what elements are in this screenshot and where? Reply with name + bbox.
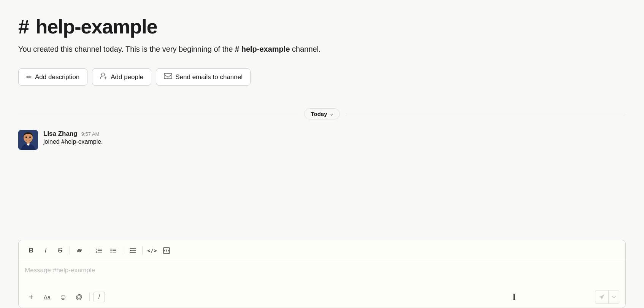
text-cursor-indicator: 𝐈 <box>512 292 516 302</box>
add-description-label: Add description <box>35 73 79 81</box>
channel-subtitle: You created this channel today. This is … <box>18 43 626 55</box>
formatting-toolbar: B I S 1. 2. <box>19 240 625 261</box>
avatar <box>18 130 38 150</box>
message-time: 9:57 AM <box>81 131 100 137</box>
italic-button[interactable]: I <box>39 244 52 257</box>
svg-text:1.: 1. <box>96 248 98 251</box>
subtitle-channel-name: # help-example <box>235 45 290 53</box>
svg-point-13 <box>111 250 112 251</box>
svg-point-0 <box>102 73 105 76</box>
message-composer[interactable]: B I S 1. 2. <box>18 240 626 308</box>
indent-button[interactable] <box>126 244 139 257</box>
send-dropdown-button[interactable] <box>608 291 619 303</box>
date-divider: Today ⌄ <box>18 108 626 119</box>
divider-line-left <box>18 114 298 114</box>
slash-command-button[interactable]: / <box>94 292 105 302</box>
channel-header: # help-example You created this channel … <box>18 15 626 64</box>
svg-text:2.: 2. <box>96 251 98 253</box>
subtitle-suffix: channel. <box>290 45 321 53</box>
svg-point-12 <box>111 249 112 250</box>
strikethrough-button[interactable]: S <box>54 244 67 257</box>
code-button[interactable]: </> <box>146 244 159 257</box>
code-block-button[interactable] <box>160 244 173 257</box>
message-content: Lisa Zhang 9:57 AM joined #help-example. <box>43 130 103 145</box>
bold-button[interactable]: B <box>25 244 38 257</box>
send-button[interactable] <box>595 291 608 303</box>
font-format-button[interactable]: Aa <box>41 291 54 303</box>
unordered-list-button[interactable] <box>107 244 120 257</box>
link-button[interactable] <box>73 244 86 257</box>
ordered-list-button[interactable]: 1. 2. <box>92 244 105 257</box>
message-author: Lisa Zhang <box>43 130 78 138</box>
toolbar-sep-2 <box>89 246 89 255</box>
add-description-button[interactable]: ✏ Add description <box>18 68 87 86</box>
svg-point-14 <box>111 252 112 253</box>
date-label: Today <box>311 111 327 117</box>
add-people-label: Add people <box>111 73 143 81</box>
hash-icon: # <box>18 15 34 38</box>
svg-line-22 <box>166 249 167 252</box>
svg-point-5 <box>29 137 31 138</box>
chevron-down-icon: ⌄ <box>330 111 333 117</box>
add-people-button[interactable]: Add people <box>92 68 151 86</box>
action-buttons: ✏ Add description Add people Send emails… <box>18 68 626 86</box>
email-icon <box>164 73 172 81</box>
send-emails-button[interactable]: Send emails to channel <box>156 68 251 86</box>
add-person-icon <box>100 73 108 81</box>
channel-name: help-example <box>35 15 157 38</box>
send-emails-label: Send emails to channel <box>175 73 243 81</box>
message-input[interactable]: Message #help-example <box>19 261 625 288</box>
date-divider-label[interactable]: Today ⌄ <box>304 108 339 119</box>
mention-button[interactable]: @ <box>73 291 86 303</box>
pencil-icon: ✏ <box>26 73 32 81</box>
message-input-wrapper[interactable]: Message #help-example <box>19 261 625 288</box>
svg-rect-1 <box>164 73 172 79</box>
toolbar-sep-1 <box>70 246 70 255</box>
subtitle-prefix: You created this channel today. This is … <box>18 45 235 53</box>
message-meta: Lisa Zhang 9:57 AM <box>43 130 103 138</box>
toolbar-sep-3 <box>123 246 123 255</box>
emoji-button[interactable]: ☺ <box>57 291 70 303</box>
message-placeholder: Message #help-example <box>25 267 95 274</box>
bottom-toolbar: + Aa ☺ @ / 𝐈 <box>19 288 625 308</box>
bottom-sep-1 <box>89 293 90 301</box>
message-item: Lisa Zhang 9:57 AM joined #help-example. <box>18 130 626 150</box>
add-attachment-button[interactable]: + <box>25 291 38 303</box>
divider-line-right <box>346 114 626 114</box>
channel-title: # help-example <box>18 15 626 38</box>
svg-point-4 <box>25 137 27 138</box>
message-text: joined #help-example. <box>43 138 103 145</box>
toolbar-sep-4 <box>142 246 143 255</box>
